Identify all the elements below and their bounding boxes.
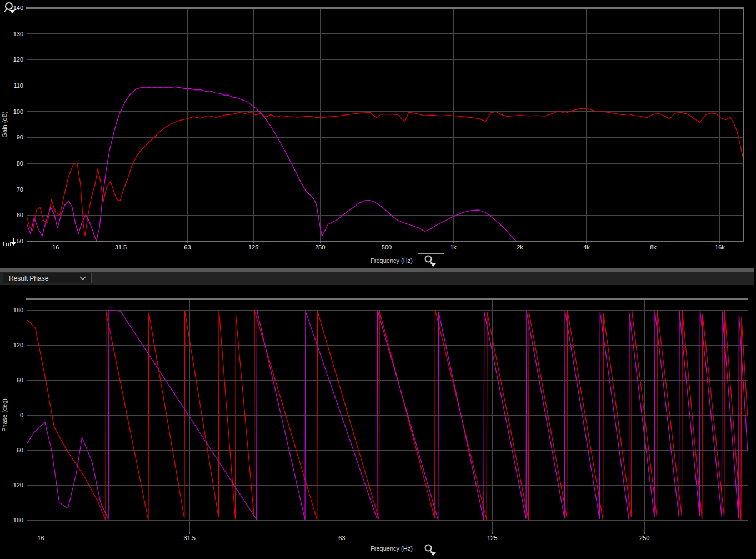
x-tick-label: 31.5 [115, 244, 127, 251]
y-tick-label: -60 [14, 447, 23, 453]
x-tick-label: 125 [248, 244, 258, 251]
x-tick-label: 500 [382, 244, 392, 251]
y-tick-label: 90 [17, 134, 23, 141]
x-axis-zoom-icon[interactable] [423, 255, 438, 267]
caret-down-icon [430, 552, 436, 556]
x-tick-label: 1k [450, 244, 457, 251]
red-response-trace [27, 108, 743, 236]
magnifier-handle-icon [430, 261, 433, 263]
phase-chart[interactable]: 180120600-60-120-1801631.563125250Phase … [0, 289, 756, 559]
y-tick-label: -180 [11, 517, 23, 523]
y-axis-title: Phase (deg) [1, 398, 8, 432]
caret-down-icon [430, 263, 436, 267]
bar-icon [6, 243, 7, 246]
y-tick-label: 100 [13, 108, 23, 115]
arrow-down-icon [11, 242, 17, 246]
y-tick-label: 180 [13, 307, 23, 313]
x-tick-label: 8k [650, 244, 657, 251]
app-window: 14013012011010090807060501631.5631252505… [0, 0, 756, 559]
chevron-down-icon [79, 276, 87, 281]
phase-source-dropdown[interactable]: Result Phase [3, 273, 92, 283]
x-axis-zoom-icon[interactable] [423, 544, 438, 556]
y-tick-label: 130 [13, 31, 23, 37]
bar-icon [8, 243, 9, 246]
y-tick-label: 110 [13, 82, 23, 89]
x-tick-label: 16 [37, 535, 44, 541]
x-tick-label: 16k [715, 244, 725, 251]
plot-border [27, 8, 743, 241]
axis-options-icon[interactable] [3, 237, 21, 246]
y-tick-label: 120 [13, 56, 23, 63]
magnifier-handle-icon [430, 550, 433, 552]
x-zoom-divider[interactable] [418, 542, 444, 542]
gain-chart[interactable]: 14013012011010090807060501631.5631252505… [0, 0, 756, 268]
y-tick-label: 80 [17, 160, 23, 167]
x-tick-label: 250 [315, 244, 325, 251]
y-axis-title: Gain (dB) [1, 111, 8, 137]
magenta-response-trace [27, 87, 525, 253]
y-tick-label: 60 [17, 377, 23, 383]
y-tick-label: -120 [11, 482, 23, 488]
bar-icon [10, 242, 11, 246]
x-axis-title: Frequency (Hz) [371, 545, 413, 552]
x-tick-label: 31.5 [184, 535, 196, 541]
x-tick-label: 4k [583, 244, 590, 251]
y-tick-label: 70 [17, 186, 23, 193]
y-tick-label: 60 [17, 212, 23, 218]
pane-splitter[interactable] [0, 268, 754, 272]
x-tick-label: 250 [639, 535, 649, 541]
arrow-shaft-icon [13, 238, 14, 242]
phase-toolbar: Result Phase [0, 272, 754, 285]
x-tick-label: 2k [517, 244, 523, 251]
y-tick-label: 120 [13, 342, 23, 348]
y-tick-label: 0 [20, 412, 23, 418]
y-tick-label: 140 [13, 4, 23, 11]
x-tick-label: 16 [52, 244, 59, 251]
phase-source-label: Result Phase [9, 274, 48, 282]
x-axis-title: Frequency (Hz) [371, 257, 413, 264]
bar-icon [3, 242, 4, 246]
x-tick-label: 125 [487, 535, 497, 541]
x-zoom-divider[interactable] [418, 253, 444, 254]
x-tick-label: 63 [338, 535, 345, 541]
x-tick-label: 63 [184, 244, 191, 251]
